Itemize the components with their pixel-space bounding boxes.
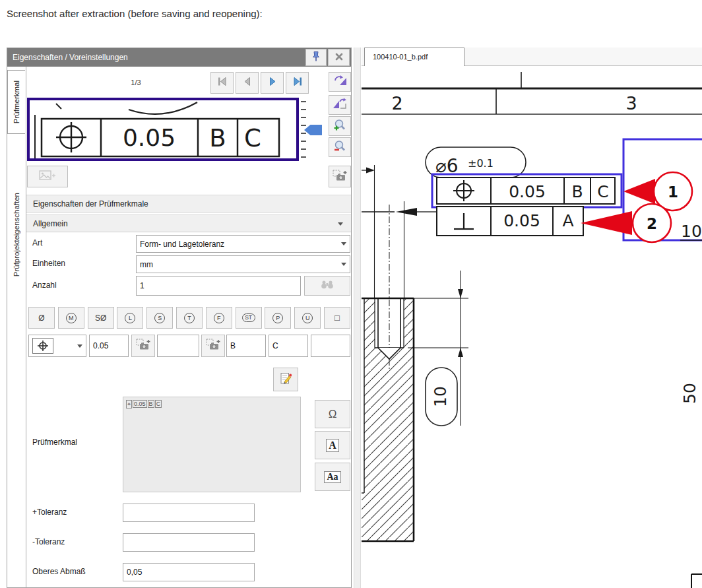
symbol-label: SØ	[95, 313, 106, 323]
properties-panel: Eigenschaften / Voreinstellungen Prüfmer…	[7, 48, 352, 588]
slider-tick	[301, 125, 306, 126]
symbol-label: L	[125, 313, 135, 323]
zoom-in-icon	[333, 119, 346, 133]
minus-toleranz-input[interactable]	[123, 533, 255, 552]
pruefmerkmal-textarea[interactable]: ⌖0.05BC	[123, 397, 301, 492]
plus-toleranz-input[interactable]	[123, 504, 255, 522]
tab-pruefprojekteigenschaften[interactable]: Prüfprojekteigenschaften	[7, 148, 26, 321]
hatched-region	[362, 299, 414, 541]
fcf-datum3-input[interactable]	[311, 335, 350, 357]
close-button[interactable]	[328, 49, 350, 66]
binoculars-icon	[319, 280, 335, 292]
zoom-out-icon	[333, 140, 346, 154]
fcf2-perpendicularity[interactable]: 0.05 A	[437, 207, 583, 236]
fcf1-datum2: C	[597, 182, 608, 201]
zoom-in-button[interactable]	[329, 116, 351, 136]
symbol-square-button[interactable]: □	[324, 307, 350, 329]
font-case-button[interactable]: Aa	[315, 463, 350, 491]
group-header-label: Allgemein	[33, 219, 68, 228]
search-occurrences-button[interactable]	[304, 276, 350, 296]
edit-pencil-icon	[280, 372, 292, 387]
diameter-callout[interactable]: ⌀6 ±0.1	[426, 147, 526, 178]
fcf2-tolerance: 0.05	[503, 211, 540, 230]
image-icon	[39, 170, 56, 184]
symbol-diameter-button[interactable]: Ø	[28, 307, 55, 329]
symbol-label: □	[335, 313, 340, 323]
page-indicator: 1/3	[106, 72, 166, 93]
symbol-label: S	[154, 313, 165, 323]
dropdown-chevron-icon	[341, 263, 346, 266]
last-page-icon	[292, 77, 303, 89]
oberes-abmass-input[interactable]	[123, 563, 255, 581]
fcf2-datum1: A	[562, 211, 573, 230]
fcf-snapshot-button-1[interactable]	[131, 335, 155, 357]
last-page-button[interactable]	[286, 72, 309, 94]
pin-icon	[311, 51, 321, 65]
balloon-1-number: 1	[668, 183, 678, 201]
symbol-tangent-button[interactable]: T	[176, 307, 203, 329]
tab-pruefmerkmal[interactable]: Prüfmerkmal	[7, 70, 25, 134]
side-tab-strip	[7, 67, 26, 587]
symbol-free-state-button[interactable]: F	[206, 307, 232, 329]
fcf-snapshot-button-2[interactable]	[201, 335, 225, 357]
drawing-canvas: 2 3 ⌀6 ±0.1	[362, 66, 702, 588]
symbol-projected-button[interactable]: P	[265, 307, 291, 329]
section-header-label: Eigenschaften der Prüfmerkmale	[33, 199, 148, 209]
font-style-button[interactable]: A	[315, 431, 350, 459]
rotate-cw-icon	[333, 75, 347, 89]
first-page-button[interactable]	[210, 72, 234, 94]
symbol-rfs-button[interactable]: S	[146, 307, 173, 329]
zoom-out-button[interactable]	[329, 137, 351, 157]
pdf-viewer: 100410-01_b.pdf 2 3	[362, 48, 702, 588]
fcf-datum1-input[interactable]	[226, 335, 266, 357]
dimension-height-value: 50	[680, 383, 699, 404]
edit-button[interactable]	[273, 368, 298, 391]
symbol-label: F	[214, 313, 224, 323]
next-page-icon	[267, 77, 278, 89]
slider-tick	[301, 148, 306, 150]
symbol-unequal-button[interactable]: U	[294, 307, 321, 329]
pruefmerkmal-label: Prüfmerkmal	[32, 438, 77, 447]
rotate-ccw-icon	[333, 98, 347, 112]
minus-toleranz-label: -Toleranz	[32, 537, 65, 546]
rotate-ccw-button[interactable]	[329, 95, 351, 115]
position-symbol-icon	[32, 338, 53, 354]
slider-tick	[301, 117, 306, 118]
fcf-token-datum1: B	[148, 400, 154, 408]
symbol-spherical-diameter-button[interactable]: SØ	[88, 307, 114, 329]
anzahl-input[interactable]	[136, 276, 301, 296]
balloon-2[interactable]: 2	[581, 204, 671, 242]
tab-pruefmerkmal-label: Prüfmerkmal	[13, 81, 20, 123]
rotate-cw-button[interactable]	[329, 72, 351, 92]
group-header-allgemein[interactable]: Allgemein	[26, 214, 351, 232]
einheiten-dropdown[interactable]: mm	[136, 255, 350, 273]
panel-title: Eigenschaften / Voreinstellungen	[13, 53, 128, 62]
omega-symbols-button[interactable]: Ω	[315, 400, 350, 428]
image-placeholder-button[interactable]	[27, 166, 68, 187]
einheiten-label: Einheiten	[32, 259, 65, 268]
previous-page-button[interactable]	[236, 72, 259, 94]
panel-splitter[interactable]	[354, 48, 361, 588]
art-dropdown[interactable]: Form- und Lagetoleranz	[136, 235, 350, 253]
symbol-lmc-button[interactable]: L	[117, 307, 143, 329]
fcf-symbol-dropdown[interactable]	[28, 335, 86, 357]
snapshot-button[interactable]	[329, 166, 351, 187]
preview-datum1: B	[209, 124, 226, 152]
fcf-tolerance-input[interactable]	[89, 335, 129, 357]
slider-tick	[301, 141, 306, 142]
modifier-symbol-row: Ø M SØ L S T F ST P U □	[28, 307, 350, 329]
slider-tick	[301, 133, 306, 134]
extension-lines	[375, 165, 404, 371]
screenshot-root: Screenshot after extraction (before savi…	[0, 0, 702, 588]
document-tab[interactable]: 100410-01_b.pdf	[364, 48, 464, 66]
symbol-statistical-button[interactable]: ST	[236, 307, 262, 329]
symbol-label: U	[302, 313, 313, 323]
pin-button[interactable]	[305, 49, 327, 66]
next-page-button[interactable]	[261, 72, 284, 94]
symbol-mmc-button[interactable]: M	[58, 307, 84, 329]
fcf1-position[interactable]: 0.05 B C	[432, 174, 622, 207]
fcf-extra-input[interactable]	[157, 335, 199, 357]
fcf-datum2-input[interactable]	[269, 335, 308, 357]
zone-label-2: 2	[391, 93, 402, 114]
first-page-icon	[216, 77, 228, 89]
